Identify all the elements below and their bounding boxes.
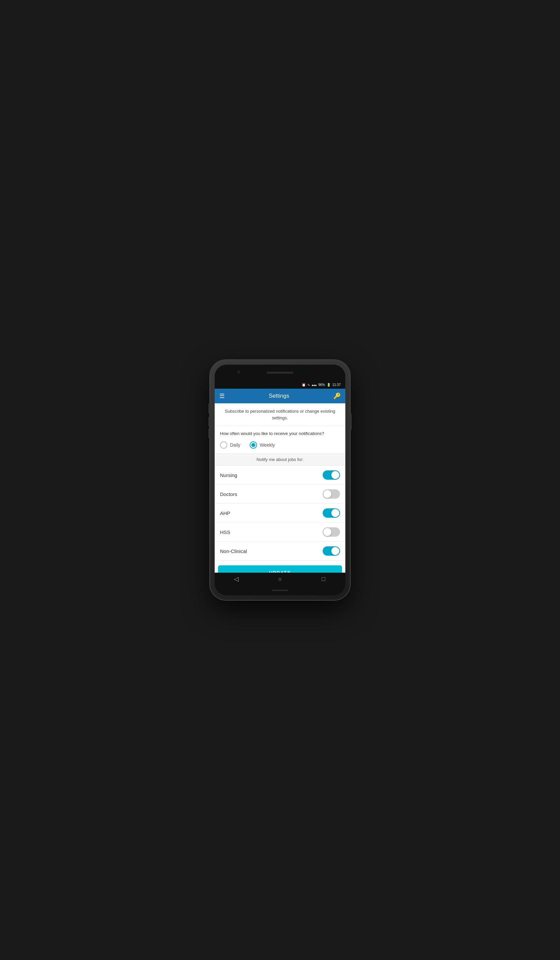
toggle-ahp[interactable] [323,508,340,518]
radio-weekly-circle[interactable] [250,441,257,449]
toggle-row-hss: HSS [215,523,345,542]
radio-weekly[interactable]: Weekly [250,441,275,449]
toggle-row-ahp: AHP [215,504,345,523]
subscribe-description: Subscribe to personalized notifications … [215,403,345,426]
battery-icon: 🔋 [327,383,331,387]
toggle-row-non-clinical: Non-Clinical [215,542,345,561]
radio-daily-label: Daily [230,442,240,448]
back-button[interactable]: ◁ [230,572,243,586]
frequency-question: How often would you like to receive your… [220,430,340,437]
screen: ☰ Settings 🔑 Subscribe to personalized n… [215,389,345,573]
update-button[interactable]: UPDATE [218,565,342,573]
notify-header: Notify me about jobs for: [215,454,345,466]
radio-daily-circle[interactable] [220,441,227,449]
recent-button[interactable]: □ [317,572,330,586]
bottom-bar [272,590,288,591]
menu-icon[interactable]: ☰ [219,392,225,400]
key-icon[interactable]: 🔑 [333,392,341,400]
radio-weekly-label: Weekly [260,442,275,448]
toggle-label-doctors: Doctors [220,491,237,497]
toggle-label-ahp: AHP [220,510,230,516]
speaker [267,372,293,374]
frequency-radio-group: Daily Weekly [220,441,340,449]
toggle-nursing[interactable] [323,470,340,480]
wifi-icon: ∿ [307,383,310,387]
toggle-knob-ahp [331,509,339,517]
toggle-knob-nursing [331,471,339,479]
toggle-label-non-clinical: Non-Clinical [220,548,247,554]
app-bar: ☰ Settings 🔑 [215,389,345,403]
toggle-hss[interactable] [323,527,340,537]
page-title: Settings [269,393,289,399]
toggle-label-hss: HSS [220,530,230,535]
bottom-bezel [215,585,345,595]
toggle-knob-doctors [323,490,331,498]
toggle-row-doctors: Doctors [215,485,345,504]
toggle-knob-hss [323,528,331,536]
toggle-row-nursing: Nursing [215,466,345,485]
alarm-icon: ⏰ [302,383,306,387]
camera [237,371,240,373]
frequency-section: How often would you like to receive your… [215,426,345,454]
battery-percent: 96% [318,383,325,387]
toggle-non-clinical[interactable] [323,546,340,556]
toggle-doctors[interactable] [323,489,340,499]
clock: 11:37 [332,383,341,387]
bottom-nav: ◁ ○ □ [215,573,345,585]
home-button[interactable]: ○ [274,572,286,586]
toggle-label-nursing: Nursing [220,472,237,478]
content-area: Subscribe to personalized notifications … [215,403,345,573]
status-bar: ⏰ ∿ ▴▴▴ 96% 🔋 11:37 [215,381,345,389]
signal-icon: ▴▴▴ [312,383,317,387]
radio-daily[interactable]: Daily [220,441,240,449]
top-bezel [215,365,345,381]
toggle-knob-non-clinical [331,547,339,555]
